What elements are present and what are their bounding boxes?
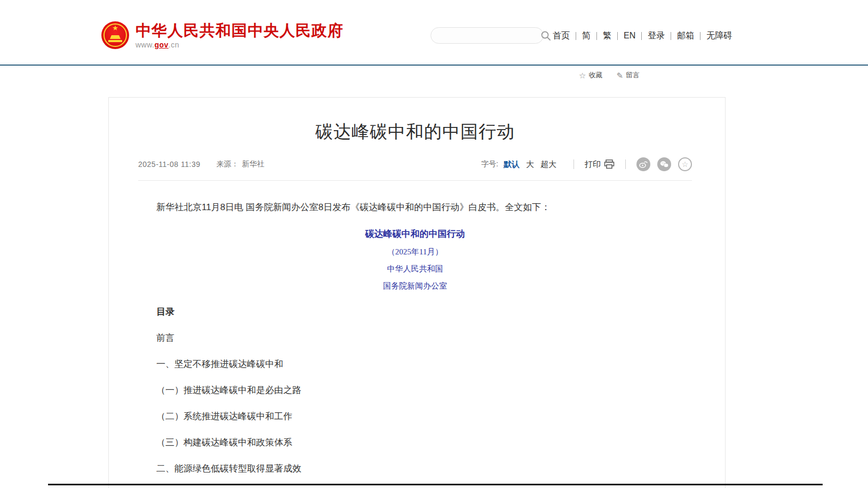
toc-item-1-2: （二）系统推进碳达峰碳中和工作 [138,410,692,422]
article-body: 新华社北京11月8日电 国务院新闻办公室8日发布《碳达峰碳中和的中国行动》白皮书… [138,201,692,488]
font-size-default[interactable]: 默认 [504,159,520,170]
nav-login[interactable]: 登录 [648,30,665,42]
nav-english[interactable]: EN [624,31,635,41]
site-url: www.gov.cn [136,41,344,49]
star-outline-icon: ☆ [682,161,689,168]
site-url-prefix: www. [136,41,154,49]
share-more-button[interactable]: ☆ [678,157,692,171]
article-title: 碳达峰碳中和的中国行动 [138,120,692,143]
search-box[interactable] [431,27,544,44]
nav-mail[interactable]: 邮箱 [677,30,694,42]
nav-separator [617,32,618,40]
article-action-row: ☆ 收藏 ✎ 留言 [579,70,640,80]
toc-item-1: 一、坚定不移推进碳达峰碳中和 [138,358,692,370]
meta-separator [625,159,626,169]
comment-label: 留言 [626,70,640,80]
article-card: 碳达峰碳中和的中国行动 2025-11-08 11:39 来源： 新华社 字号:… [108,97,726,488]
weibo-icon [639,161,648,168]
nav-accessibility[interactable]: 无障碍 [706,30,732,42]
article-meta-row: 2025-11-08 11:39 来源： 新华社 字号: 默认 大 超大 打印 [138,157,692,181]
font-size-label: 字号: [481,159,498,169]
nav-separator [671,32,671,40]
comment-button[interactable]: ✎ 留言 [616,70,640,80]
site-url-suffix: .cn [169,41,179,49]
nav-separator [700,32,700,40]
site-url-domain: gov [154,41,168,49]
source-label: 来源： [216,159,238,169]
search-icon[interactable] [540,30,551,41]
nav-simplified[interactable]: 简 [582,30,591,42]
print-button[interactable]: 打印 [585,159,615,170]
source-name[interactable]: 新华社 [242,159,264,169]
font-size-xlarge[interactable]: 超大 [540,159,556,170]
article-meta-left: 2025-11-08 11:39 来源： 新华社 [138,159,264,169]
site-logo[interactable]: ★ 中华人民共和国中央人民政府 www.gov.cn [101,21,344,49]
favorite-button[interactable]: ☆ 收藏 [579,70,602,80]
nav-separator [576,32,576,40]
share-icons: ☆ [636,157,692,171]
site-header: ★ 中华人民共和国中央人民政府 www.gov.cn 首页 简 繁 EN [0,0,868,65]
print-label: 打印 [585,159,601,170]
article-meta-right: 字号: 默认 大 超大 打印 [481,157,692,171]
favorite-label: 收藏 [588,70,602,80]
header-divider [0,65,868,66]
wechat-icon [660,161,669,168]
document-date: （2025年11月） [138,247,692,257]
toc-heading: 目录 [138,306,692,318]
toc-item-preface: 前言 [138,332,692,344]
share-wechat-button[interactable] [657,157,671,171]
toc-item-1-1: （一）推进碳达峰碳中和是必由之路 [138,384,692,396]
pencil-icon: ✎ [616,71,623,79]
site-title: 中华人民共和国中央人民政府 [136,22,344,39]
top-nav: 首页 简 繁 EN 登录 邮箱 无障碍 [553,29,732,43]
nav-traditional[interactable]: 繁 [603,30,611,42]
toc-item-2: 二、能源绿色低碳转型取得显著成效 [138,462,692,475]
document-org-line1: 中华人民共和国 [138,264,692,274]
nav-separator [641,32,642,40]
document-title: 碳达峰碳中和的中国行动 [138,228,692,240]
site-logo-text: 中华人民共和国中央人民政府 www.gov.cn [136,22,344,49]
nav-separator [596,32,597,40]
document-org-line2: 国务院新闻办公室 [138,281,692,291]
search-input[interactable] [431,28,540,43]
intro-paragraph: 新华社北京11月8日电 国务院新闻办公室8日发布《碳达峰碳中和的中国行动》白皮书… [138,201,692,214]
national-emblem-icon: ★ [101,21,129,49]
page: ★ 中华人民共和国中央人民政府 www.gov.cn 首页 简 繁 EN [0,0,868,488]
share-weibo-button[interactable] [636,157,650,171]
printer-icon [604,159,615,169]
nav-home[interactable]: 首页 [553,30,570,42]
window-bottom-edge [48,484,823,485]
publish-date: 2025-11-08 11:39 [138,160,200,169]
font-size-large[interactable]: 大 [526,159,534,170]
star-icon: ☆ [579,71,586,79]
toc-item-1-3: （三）构建碳达峰碳中和政策体系 [138,436,692,449]
meta-separator [574,159,574,169]
